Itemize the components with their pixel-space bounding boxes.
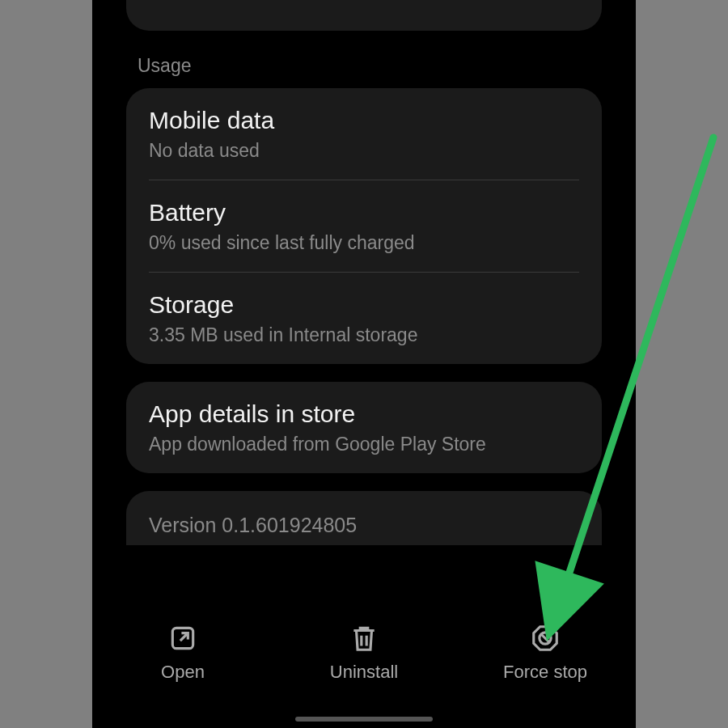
force-stop-icon	[530, 623, 561, 654]
version-text: Version 0.1.601924805	[149, 514, 579, 537]
uninstall-button[interactable]: Uninstall	[274, 623, 454, 683]
row-store: App details in store App downloaded from…	[126, 382, 602, 473]
open-button[interactable]: Open	[93, 623, 273, 683]
usage-card: Mobile data No data used Battery 0% used…	[126, 88, 602, 364]
row-title: Mobile data	[149, 106, 579, 135]
gesture-nav-handle[interactable]	[295, 717, 433, 722]
bottom-action-bar: Open Uninstall Force stop	[92, 615, 636, 728]
row-battery[interactable]: Battery 0% used since last fully charged	[126, 180, 602, 272]
previous-card-tail	[126, 0, 602, 31]
force-stop-button[interactable]: Force stop	[455, 623, 635, 683]
open-icon	[167, 623, 198, 654]
version-card: Version 0.1.601924805	[126, 491, 602, 545]
trash-icon	[349, 623, 379, 654]
row-mobile-data[interactable]: Mobile data No data used	[126, 88, 602, 180]
row-sub: 0% used since last fully charged	[149, 232, 579, 254]
row-sub: No data used	[149, 140, 579, 162]
row-sub: 3.35 MB used in Internal storage	[149, 324, 579, 346]
row-title: Storage	[149, 290, 579, 320]
uninstall-label: Uninstall	[330, 662, 398, 683]
app-info-screen: Usage Mobile data No data used Battery 0…	[92, 0, 636, 728]
store-card[interactable]: App details in store App downloaded from…	[126, 382, 602, 473]
row-storage[interactable]: Storage 3.35 MB used in Internal storage	[126, 273, 602, 364]
force-stop-label: Force stop	[503, 662, 587, 683]
row-title: App details in store	[149, 400, 579, 429]
open-label: Open	[161, 662, 205, 683]
section-header-usage: Usage	[138, 55, 613, 77]
row-sub: App downloaded from Google Play Store	[149, 434, 579, 455]
row-title: Battery	[149, 198, 579, 227]
